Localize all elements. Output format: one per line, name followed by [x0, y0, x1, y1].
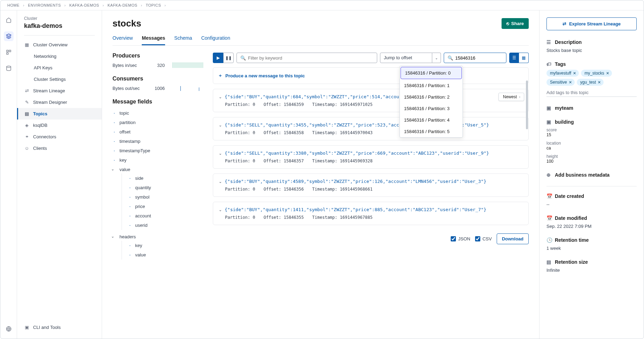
dropdown-option[interactable]: 15846316 / Partition: 1 — [400, 80, 463, 91]
field-item[interactable]: symbol — [128, 192, 203, 202]
message-timestamp: Timestamp: 1691445967885 — [312, 215, 372, 220]
explore-lineage-button[interactable]: ⇄Explore Stream Lineage — [546, 17, 637, 30]
csv-checkbox[interactable]: CSV — [475, 236, 492, 241]
jump-select[interactable]: Jump to offset — [380, 53, 432, 63]
clock-icon: 🕒 — [546, 237, 552, 243]
field-item[interactable]: price — [128, 202, 203, 211]
tag-chip[interactable]: Sensitive✕ — [546, 79, 575, 86]
share-button[interactable]: ⎋Share — [502, 18, 529, 29]
field-item[interactable]: topic — [112, 108, 203, 118]
filter-input[interactable] — [248, 55, 373, 61]
producers-heading: Producers — [112, 53, 203, 59]
home-icon[interactable] — [4, 15, 14, 25]
field-value[interactable]: ⌄value side quantity symbol price accoun… — [112, 165, 203, 232]
created-heading: Date created — [555, 193, 584, 199]
nav-cluster-overview[interactable]: ▦Cluster Overview — [17, 39, 102, 51]
message-row[interactable]: ⌄{"side":"SELL","quantity":3380,"symbol"… — [213, 145, 529, 169]
field-item[interactable]: timestampType — [112, 146, 203, 155]
crumb-home[interactable]: HOME — [7, 3, 20, 7]
tag-chip[interactable]: ygu_test✕ — [577, 79, 604, 86]
dropdown-option[interactable]: 15846316 / Partition: 3 — [400, 103, 463, 114]
nav-cli[interactable]: ▣CLI and Tools — [17, 322, 102, 333]
nav-settings[interactable]: Cluster Settings — [17, 74, 102, 85]
add-tag-input[interactable]: Add tags to this topic — [546, 88, 637, 97]
produce-button[interactable]: ＋ Produce a new message to this topic — [213, 67, 529, 84]
crumb-env[interactable]: ENVIRONMENTS — [28, 3, 61, 7]
cube-icon: ▣ — [546, 119, 552, 125]
tag-chip[interactable]: myfavestuff✕ — [546, 70, 579, 77]
message-row[interactable]: ⌄{"side":"BUY","quantity":684,"symbol":"… — [213, 89, 529, 112]
message-row[interactable]: ⌄{"side":"BUY","quantity":1411,"symbol":… — [213, 202, 529, 225]
close-icon[interactable]: ✕ — [569, 80, 572, 85]
offset-box[interactable]: 🔍 — [444, 53, 506, 63]
crumb-cluster2[interactable]: KAFKA-DEMOS — [108, 3, 138, 7]
nav-apikeys[interactable]: API Keys — [17, 62, 102, 74]
field-item[interactable]: key — [128, 241, 203, 250]
field-item[interactable]: side — [128, 174, 203, 183]
pause-button[interactable]: ❚❚ — [223, 53, 234, 63]
database-icon[interactable] — [4, 63, 14, 73]
field-item[interactable]: partition — [112, 118, 203, 127]
add-metadata[interactable]: Add business metadata — [555, 172, 610, 178]
bytes-in-label: Bytes in/sec — [112, 63, 144, 68]
view-card-button[interactable]: ▦ — [519, 53, 529, 63]
close-icon[interactable]: ✕ — [598, 80, 601, 85]
filter-box[interactable]: 🔍 — [236, 53, 377, 63]
jump-caret[interactable]: ⌄ — [432, 53, 441, 63]
consumers-heading: Consumers — [112, 76, 203, 82]
close-icon[interactable]: ✕ — [606, 71, 609, 76]
globe-icon[interactable] — [4, 324, 14, 334]
producers-sparkline — [172, 62, 203, 68]
consumers-sparkline — [172, 85, 203, 91]
crumb-cluster1[interactable]: KAFKA-DEMOS — [69, 3, 99, 7]
dropdown-option[interactable]: 15846316 / Partition: 2 — [400, 91, 463, 103]
message-partition: Partition: 0 — [225, 159, 255, 163]
tab-schema[interactable]: Schema — [174, 35, 192, 45]
play-button[interactable]: ▶ — [213, 53, 223, 63]
nav-lineage[interactable]: ⇄Stream Lineage — [17, 85, 102, 97]
nav-networking[interactable]: Networking — [17, 51, 102, 62]
dropdown-option[interactable]: 15846316 / Partition: 5 — [400, 126, 463, 137]
svg-marker-0 — [6, 34, 11, 36]
nav-topics[interactable]: ▤Topics — [17, 108, 102, 120]
field-item[interactable]: userid — [128, 221, 203, 230]
field-item[interactable]: quantity — [128, 183, 203, 192]
dropdown-option[interactable]: 15846316 / Partition: 4 — [400, 114, 463, 126]
message-row[interactable]: ⌄{"side":"BUY","quantity":4589,"symbol":… — [213, 174, 529, 197]
description-value: Stocks base topic — [546, 48, 637, 53]
newest-badge[interactable]: Newest — [498, 93, 524, 101]
offset-input[interactable] — [455, 55, 503, 61]
view-list-button[interactable]: ☰ — [509, 53, 519, 63]
field-item[interactable]: key — [112, 155, 203, 165]
message-offset: Offset: 15846356 — [264, 187, 304, 192]
field-item[interactable]: value — [128, 250, 203, 260]
message-row[interactable]: ⌄{"side":"SELL","quantity":3455,"symbol"… — [213, 117, 529, 140]
download-button[interactable]: Download — [497, 233, 529, 244]
dropdown-option[interactable]: 15846316 / Partition: 0 — [401, 67, 462, 79]
message-partition: Partition: 0 — [225, 215, 255, 220]
field-item[interactable]: offset — [112, 127, 203, 137]
nav-connectors[interactable]: ⚭Connectors — [17, 131, 102, 142]
tab-config[interactable]: Configuration — [201, 35, 230, 45]
grid-icon: ▦ — [24, 42, 30, 47]
crumb-topics[interactable]: TOPICS — [146, 3, 161, 7]
close-icon[interactable]: ✕ — [573, 71, 576, 76]
tab-overview[interactable]: Overview — [112, 35, 133, 45]
tag-chip[interactable]: my_stocks✕ — [581, 70, 612, 77]
offset-dropdown: 15846316 / Partition: 0 15846316 / Parti… — [399, 66, 463, 138]
json-checkbox[interactable]: JSON — [451, 236, 470, 241]
message-offset: Offset: 15846358 — [264, 130, 304, 135]
field-headers[interactable]: ⌄headers key value — [112, 232, 203, 262]
tab-messages[interactable]: Messages — [142, 35, 165, 45]
modified-value: Sep. 22 2022 7:09 PM — [546, 224, 637, 229]
nav-ksql[interactable]: ◈ksqlDB — [17, 120, 102, 131]
scrollbar[interactable] — [526, 80, 528, 129]
nav-designer[interactable]: ✎Stream Designer — [17, 97, 102, 108]
nav-clients[interactable]: ☺Clients — [17, 142, 102, 154]
chevron-down-icon: ⌄ — [111, 167, 114, 171]
grid-icon[interactable] — [4, 47, 14, 57]
design-icon: ✎ — [24, 100, 30, 105]
field-item[interactable]: timestamp — [112, 137, 203, 146]
layers-icon[interactable] — [4, 31, 14, 41]
field-item[interactable]: account — [128, 211, 203, 221]
